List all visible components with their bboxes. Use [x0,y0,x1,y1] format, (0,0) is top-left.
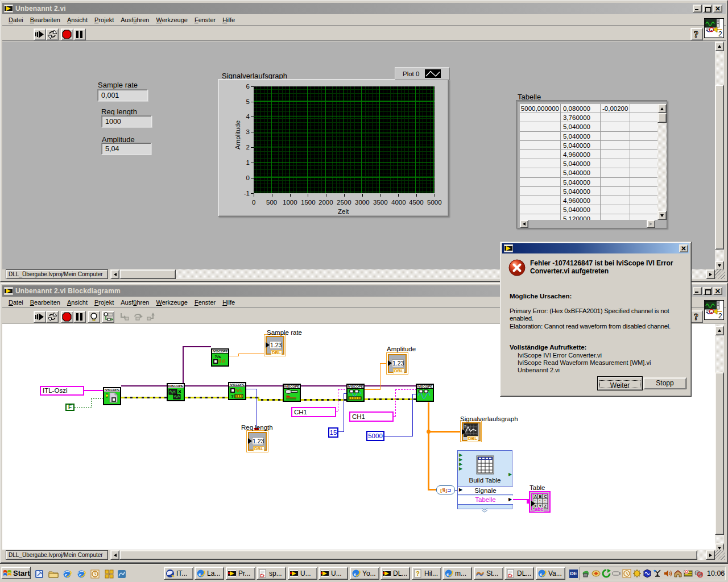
svg-text:C: C [544,494,547,498]
svg-text::: : [539,499,540,503]
svg-text:Z: Z [544,504,547,508]
svg-text:?: ? [694,30,698,39]
svg-text:A: A [534,494,537,498]
svg-text:?: ? [416,570,420,577]
svg-text:e: e [65,572,67,577]
svg-text:e: e [540,571,542,577]
svg-text:B: B [539,494,542,498]
svg-text:e: e [79,572,81,577]
svg-text:e: e [446,571,449,577]
svg-text:?: ? [231,394,234,399]
svg-text:e: e [354,571,356,577]
svg-text:e: e [198,571,201,577]
svg-text:?/s: ?/s [214,354,221,359]
svg-text:2: 2 [718,30,722,38]
svg-text::: : [544,499,545,503]
svg-text:2: 2 [718,312,722,319]
svg-text:?: ? [694,312,698,322]
